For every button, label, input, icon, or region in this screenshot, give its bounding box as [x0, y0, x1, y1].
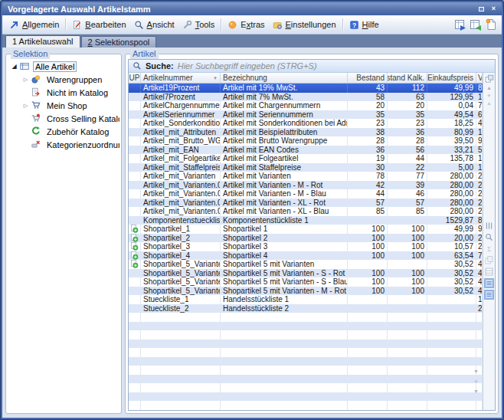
column-header-vk[interactable]: Ve — [476, 73, 483, 83]
scroll-prev-icon[interactable]: ▲ — [486, 100, 492, 107]
empty-row[interactable] — [129, 313, 483, 322]
table-row[interactable]: Artikel_mit_Varianten.005Artikel mit Var… — [129, 199, 483, 208]
table-row[interactable]: Artikel_mit_StaffelpreiseArtikel mit Sta… — [129, 163, 483, 172]
expand-arrow-icon[interactable]: ▷ — [21, 77, 30, 83]
table-row[interactable]: Komponentenstueckliste_1Komponentenstück… — [129, 216, 483, 225]
table-row[interactable]: Artikel_mit_VariantenArtikel mit Variant… — [129, 172, 483, 181]
menu-item-extras[interactable]: Extras — [224, 18, 268, 31]
cell-bez: Artikel mit Varianten - XL - Blau — [221, 207, 348, 216]
table-row[interactable]: Stueckliste_1Handelsstückliste 1184 — [129, 295, 483, 304]
layout-grid-icon[interactable] — [485, 267, 493, 276]
cell-up — [129, 128, 141, 137]
menu-item-ansicht[interactable]: Ansicht — [130, 18, 178, 31]
tree-item-nicht-im-katalog[interactable]: Nicht im Katalog — [8, 86, 119, 99]
magnifier-small-icon[interactable] — [485, 233, 493, 241]
cell-nr: Artikel_mit_EAN — [141, 146, 221, 155]
column-header-ek[interactable]: Einkaufspreis — [427, 73, 476, 83]
tree-item-mein-shop[interactable]: ▷Mein Shop — [8, 99, 119, 112]
table-row[interactable]: Artikel_mit_FolgeartikelArtikel mit Folg… — [129, 154, 483, 163]
scroll-center2-icon[interactable]: + — [474, 379, 478, 385]
table-row[interactable]: Artikel19ProzentArtikel mit 19% MwSt.431… — [129, 84, 483, 93]
cell-vk: 84, — [476, 84, 483, 93]
tree-item-warengruppen[interactable]: ▷Warengruppen — [8, 73, 119, 86]
table-row[interactable]: ArtikelChargennummerArtikel mit Chargenn… — [129, 101, 483, 110]
empty-row[interactable] — [129, 383, 483, 392]
menu-item-allgemein[interactable]: Allgemein — [5, 18, 63, 31]
empty-row[interactable] — [129, 322, 483, 331]
cell-b — [348, 392, 388, 402]
tree-item-zubehör-katalog[interactable]: Zubehör Katalog — [8, 125, 119, 138]
table-row[interactable]: Artikel_mit_Varianten.003Artikel mit Var… — [129, 181, 483, 190]
cell-bk — [388, 410, 427, 411]
import-grid-icon[interactable] — [470, 18, 482, 31]
close-button[interactable]: × — [489, 5, 499, 13]
cell-up — [129, 277, 141, 287]
table-row[interactable]: Artikel_mit_Varianten.006Artikel mit Var… — [129, 207, 483, 216]
column-header-nr[interactable]: Artikelnummer▼ — [141, 73, 221, 83]
empty-row[interactable] — [129, 375, 483, 384]
menu-item-bearbeiten[interactable]: Bearbeiten — [68, 18, 129, 31]
cell-bk: 63 — [388, 93, 427, 102]
cell-up — [129, 189, 141, 199]
empty-row[interactable] — [129, 366, 483, 375]
scroll-next-icon[interactable]: ▼ — [473, 369, 479, 375]
column-header-b[interactable]: Bestand — [348, 73, 388, 83]
empty-row[interactable] — [129, 401, 483, 410]
table-row[interactable]: Shopartikel_3Shopartikel 310010010,5721, — [129, 242, 483, 251]
table-row[interactable]: Artikel_mit_EANArtikel mit EAN Codes3656… — [129, 146, 483, 155]
table-row[interactable]: Shopartikel_5_Varianten.3Shopartikel 5 m… — [129, 287, 483, 296]
empty-row[interactable] — [129, 330, 483, 340]
sum-icon[interactable]: Σ — [485, 244, 493, 253]
tree-item-alle-artikel[interactable]: ◢Alle Artikel — [8, 60, 119, 73]
tree-item-kategorienzuordnung-entfernen[interactable]: Kategorienzuordnung entfernen — [8, 138, 119, 151]
table-row[interactable]: Artikel_mit_Brutto_WGRArtikel mit Brutto… — [129, 136, 483, 146]
empty-row[interactable] — [129, 340, 483, 349]
table-row[interactable]: Shopartikel_5_VariantenShopartikel 5 mit… — [129, 260, 483, 269]
empty-row[interactable] — [129, 410, 483, 411]
row-list-icon-2[interactable] — [485, 290, 493, 299]
table-row[interactable]: Shopartikel_5_Varianten.2Shopartikel 5 m… — [129, 277, 483, 287]
content-area: Selektion ◢Alle Artikel▷WarengruppenNich… — [2, 48, 502, 418]
collapse-arrow-icon[interactable]: ◢ — [10, 63, 18, 70]
table-row[interactable]: Artikel7ProzentArtikel mit 7% MwSt.58631… — [129, 93, 483, 102]
scroll-last-icon[interactable]: ▼ — [473, 389, 479, 395]
column-header-up[interactable]: UP — [129, 73, 141, 83]
tab-2-selektionspool[interactable]: 2 Selektionspool — [81, 36, 157, 48]
cell-b — [348, 295, 388, 304]
menu-item-hilfe[interactable]: ?Hilfe — [345, 18, 383, 31]
table-row[interactable]: Shopartikel_1Shopartikel 110010049,9992, — [129, 225, 483, 234]
band-columns-icon[interactable] — [485, 221, 493, 230]
column-header-bez[interactable]: Bezeichnung — [221, 73, 348, 83]
table-row[interactable]: Shopartikel_4Shopartikel 410010063,5472, — [129, 251, 483, 261]
table-row[interactable]: Artikel_SonderkonditionenArtikel mit Son… — [129, 119, 483, 128]
empty-row[interactable] — [129, 357, 483, 366]
tab-1-artikelauswahl[interactable]: 1 Artikelauswahl — [5, 35, 80, 48]
new-document-icon[interactable] — [485, 18, 497, 31]
cell-b: 19 — [348, 154, 388, 163]
search-input[interactable]: Hier Suchbegriff eingeben (STRG+S) — [178, 61, 491, 71]
copy-grid-icon[interactable] — [485, 256, 493, 264]
menu-item-tools[interactable]: Tools — [178, 18, 219, 31]
table-row[interactable]: Shopartikel_5_Varianten.1Shopartikel 5 m… — [129, 269, 483, 278]
restore-button[interactable] — [476, 5, 486, 13]
empty-row[interactable] — [129, 348, 483, 357]
row-list-icon[interactable] — [485, 279, 493, 287]
cell-ek: 63,54 — [427, 251, 476, 261]
cell-nr: Shopartikel_4 — [141, 251, 221, 261]
scroll-center-icon[interactable]: + — [487, 92, 491, 100]
tree-item-cross-selling-katalog[interactable]: Cross Selling Katalog — [8, 112, 119, 125]
export-grid-icon[interactable] — [454, 18, 466, 31]
table-row[interactable]: Artikel_mit_AttributenArtikel mit Beispi… — [129, 128, 483, 137]
table-row[interactable]: Artikel_mit_Varianten.004Artikel mit Var… — [129, 189, 483, 199]
column-chooser-icon[interactable] — [485, 74, 494, 84]
menu-item-einstellungen[interactable]: Einstellungen — [269, 18, 340, 31]
cell-ek — [427, 322, 476, 331]
table-row[interactable]: Shopartikel_2Shopartikel 210010020,0025, — [129, 234, 483, 243]
empty-row[interactable] — [129, 392, 483, 402]
expand-arrow-icon[interactable]: ▷ — [21, 103, 30, 109]
column-header-bk[interactable]: Bestand Kalk. — [388, 73, 427, 83]
table-row[interactable]: ArtikelSeriennummerArtikel mit Seriennum… — [129, 110, 483, 120]
cell-up — [129, 251, 141, 261]
table-row[interactable]: Stueckliste_2Handelsstückliste 2229 — [129, 304, 483, 313]
scroll-first-icon[interactable]: ▲ — [486, 84, 492, 92]
